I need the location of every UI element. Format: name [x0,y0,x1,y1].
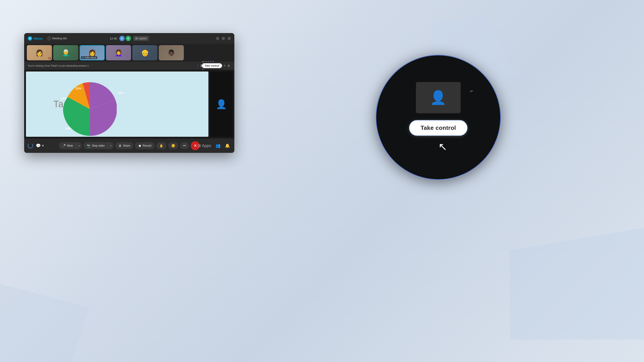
participant-thumb-4[interactable]: 👩‍🦱 [106,45,131,60]
content-area: Target [24,70,234,139]
pie-label-12: 12% [75,87,81,90]
mute-button-group[interactable]: 🎤 Mute ▾ [59,142,82,149]
close-button[interactable] [228,37,231,40]
thumb-person-1: 👩 [36,49,44,56]
thumb-person-6: 👨🏿 [168,49,175,56]
reactions-icon: 😊 [171,144,175,147]
sharing-text: You're viewing Umar Patel's Local onboar… [28,64,194,67]
webex-logo: W Webex [28,36,43,41]
participant-thumb-5[interactable]: 👴 [132,45,158,60]
stop-video-label: Stop video [92,144,105,147]
user-avatars: U S [119,36,131,41]
thumb-label-3: Sofia Gomez [85,56,96,59]
cursor-icon: ↖ [438,140,447,153]
title-bar-center: 12:40 U S ⊞ Layout [110,36,149,41]
thumb-person-5: 👴 [141,49,149,56]
gesture-icon: ✋ [160,144,163,147]
bg-decoration-3 [0,284,90,362]
more-button[interactable]: ••• [180,142,189,149]
minimize-button[interactable] [216,37,219,40]
mic-icon: 🎤 [62,144,66,147]
loading-icon [28,143,33,148]
webex-label: Webex [34,37,43,40]
thumb-person-4: 👩‍🦱 [115,49,122,56]
info-icon: i [48,37,51,40]
record-icon: ⏺ [138,144,141,147]
reactions-button[interactable]: 😊 [168,142,178,149]
notifications-button[interactable]: 🔔 [224,142,231,149]
avatar-1: U [119,36,124,41]
toolbar: 💬 ▾ 🎤 Mute ▾ 📷 Stop video ▾ 🖥 Share ⏺ Re… [24,139,234,153]
layout-icon: ⊞ [135,37,138,40]
take-control-button[interactable]: Take control [202,63,222,68]
thumb-bg-4: 👩‍🦱 [106,45,131,60]
title-bar: W Webex i Meeting info 12:40 U S ⊞ Layou… [24,33,234,44]
participant-thumb-1[interactable]: 👩 🔇 [27,45,52,60]
fullscreen-corner-icon: ⌐ [470,88,474,94]
gesture-button[interactable]: ✋ [156,142,166,149]
share-button[interactable]: 🖥 Share [116,142,133,149]
pie-chart-container: 41% 34% 13% 12% [63,82,117,137]
bell-icon: 🔔 [225,143,230,148]
prev-arrow[interactable]: ‹ [196,64,199,68]
take-control-large-button[interactable]: Take control [409,120,468,136]
thumb-person-2: 👨‍🦳 [62,49,70,56]
mute-label: Mute [67,144,73,147]
presentation-area: Target [26,71,208,137]
end-call-icon: ✕ [194,143,197,148]
apps-button[interactable]: ⊞ Apps [197,142,212,149]
title-bar-right [216,37,231,40]
side-video-person: 👤 [216,99,227,109]
zoom-circle-overlay: ⌐ 👤 Take control ↖ [376,55,501,180]
video-dropdown-arrow[interactable]: ▾ [108,143,114,149]
zoom-circle-inner: 👤 Take control ↖ [409,82,468,153]
sharing-bar: You're viewing Umar Patel's Local onboar… [24,62,234,70]
grid-icon[interactable]: ⊞ [227,64,231,68]
participant-thumb-2[interactable]: 👨‍🦳 [53,45,78,60]
record-button[interactable]: ⏺ Record [135,142,154,149]
avatar-2: S [126,36,131,41]
thumb-bg-2: 👨‍🦳 [53,45,78,60]
meeting-info-button[interactable]: i Meeting info [46,36,69,41]
video-button-main[interactable]: 📷 Stop video [84,142,108,149]
toolbar-left: 💬 ▾ [28,142,45,149]
meeting-info-label: Meeting info [52,37,67,40]
video-button-group[interactable]: 📷 Stop video ▾ [84,142,114,149]
zoom-person-icon: 👤 [430,90,446,105]
bg-decoration-2 [510,228,644,340]
participant-thumb-3[interactable]: 👩 📷 Sofia Gomez [80,45,105,60]
participant-thumb-6[interactable]: 👨🏿 [159,45,184,60]
pie-label-13: 13% [61,97,67,100]
chat-toggle-button[interactable]: 💬 ▾ [35,142,45,149]
toolbar-right: ⊞ Apps 👥 🔔 [197,142,231,149]
mute-button-main[interactable]: 🎤 Mute [59,142,76,149]
webex-icon: W [28,36,32,41]
pie-label-41: 41% [118,91,124,94]
share-label: Share [123,144,130,147]
mic-off-icon-1: 🔇 [48,57,51,59]
pie-label-34: 34% [65,127,71,130]
participants-icon: 👥 [216,143,220,148]
restore-button[interactable] [222,37,225,40]
participants-strip: 👩 🔇 👨‍🦳 👩 📷 Sofia Gomez 👩‍🦱 [24,44,234,62]
record-label: Record [143,144,152,147]
app-window: W Webex i Meeting info 12:40 U S ⊞ Layou… [24,33,234,153]
zoom-plus[interactable]: + [224,64,226,67]
cam-icon-3: 📷 [82,57,84,59]
participants-button[interactable]: 👥 [215,142,222,149]
apps-icon: ⊞ [198,143,201,148]
thumb-bg-5: 👴 [132,45,158,60]
share-icon: 🖥 [118,144,122,147]
zoomed-person-area: 👤 [416,82,461,113]
thumb-bg-6: 👨🏿 [159,45,184,60]
video-icon: 📷 [87,144,90,147]
side-video-panel: 👤 [210,71,232,137]
slide-content: Target [26,71,208,137]
more-icon: ••• [183,144,186,147]
mute-dropdown-arrow[interactable]: ▾ [76,143,82,149]
apps-label: Apps [202,143,211,148]
layout-button[interactable]: ⊞ Layout [133,36,149,41]
pie-segment-green [63,109,90,136]
layout-label: Layout [138,37,146,40]
thumb-person-3: 👩 [88,49,96,56]
